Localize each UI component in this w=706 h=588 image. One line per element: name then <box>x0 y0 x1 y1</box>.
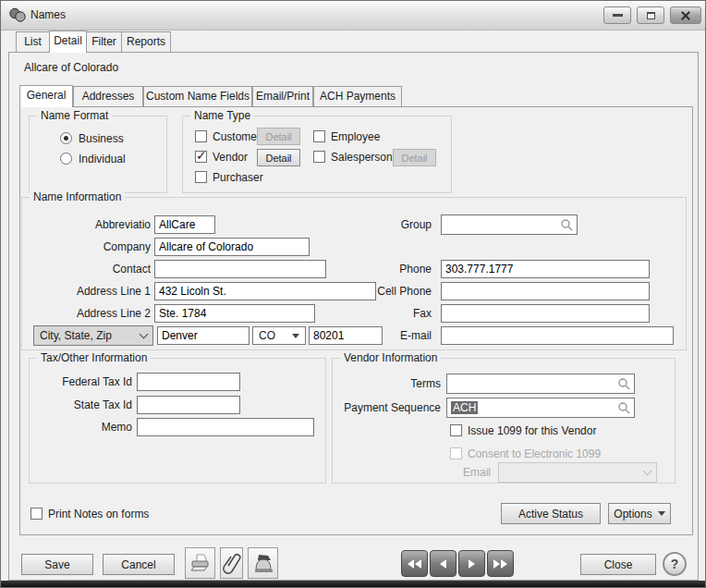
first-record-icon <box>408 559 414 569</box>
customer-detail-button[interactable]: Detail <box>257 128 300 145</box>
attachments-button[interactable] <box>220 547 243 579</box>
memo-label: Memo <box>32 418 132 436</box>
city-input[interactable] <box>157 326 250 345</box>
consent-electronic-1099-checkbox-label: Consent to Electronic 1099 <box>468 445 601 463</box>
group-lookup-field[interactable] <box>441 214 578 235</box>
payment-sequence-lookup-field[interactable]: ACH <box>446 398 635 418</box>
state-tax-id-input[interactable] <box>137 396 240 414</box>
fax-input[interactable] <box>441 304 650 323</box>
contact-input[interactable] <box>154 260 326 278</box>
dropdown-arrow-icon <box>292 334 299 338</box>
group-label: Group <box>306 215 432 234</box>
vendor-information-legend: Vendor Information <box>340 351 441 364</box>
fax-label: Fax <box>306 304 432 323</box>
record-first-button[interactable] <box>401 550 428 577</box>
name-information-legend: Name Information <box>30 190 125 203</box>
record-previous-button[interactable] <box>430 550 456 577</box>
name-type-legend: Name Type <box>190 109 254 122</box>
tab-list[interactable]: List <box>16 31 50 53</box>
salesperson-detail-button[interactable]: Detail <box>393 149 436 166</box>
customer-checkbox[interactable] <box>195 130 207 142</box>
help-button[interactable]: ? <box>663 552 687 576</box>
print-notes-checkbox[interactable] <box>30 508 43 520</box>
issue-1099-checkbox-label[interactable]: Issue 1099 for this Vendor <box>468 422 596 440</box>
names-window: Names List Detail Filter Reports Allcare… <box>0 0 706 588</box>
close-icon <box>680 10 691 21</box>
name-format-legend: Name Format <box>37 109 112 122</box>
tax-other-information-legend: Tax/Other Information <box>37 351 151 364</box>
save-button[interactable]: Save <box>21 554 93 575</box>
individual-radio-label[interactable]: Individual <box>79 150 126 168</box>
maximize-button[interactable] <box>637 6 664 24</box>
cell-phone-input[interactable] <box>441 282 650 300</box>
issue-1099-checkbox[interactable] <box>450 424 462 436</box>
window-bottom-edge <box>1 581 705 587</box>
city-state-zip-selector-label: City, State, Zip <box>40 329 112 342</box>
cancel-button[interactable]: Cancel <box>103 554 175 575</box>
abbreviation-input[interactable] <box>154 215 215 234</box>
salesperson-checkbox-label[interactable]: Salesperson <box>331 148 393 166</box>
business-radio-label[interactable]: Business <box>79 129 124 148</box>
tab-general[interactable]: General <box>19 85 73 107</box>
federal-tax-id-label: Federal Tax Id <box>32 373 132 391</box>
state-combo-value: CO <box>259 329 275 342</box>
city-state-zip-selector[interactable]: City, State, Zip <box>33 325 153 346</box>
record-next-button[interactable] <box>458 550 485 577</box>
alerts-button[interactable] <box>248 547 278 579</box>
purchaser-checkbox-label[interactable]: Purchaser <box>213 168 263 187</box>
payment-sequence-label: Payment Sequence <box>332 398 441 417</box>
bell-icon <box>252 552 274 574</box>
chevron-down-icon <box>140 330 149 339</box>
minimize-icon <box>613 14 623 17</box>
tab-addresses[interactable]: Addresses <box>73 86 143 107</box>
options-button[interactable]: Options <box>608 503 671 524</box>
terms-lookup-field[interactable] <box>446 374 635 394</box>
vendor-checkbox-label[interactable]: Vendor <box>213 148 248 166</box>
tab-reports[interactable]: Reports <box>121 31 171 53</box>
address-line-2-label: Address Line 2 <box>21 304 151 323</box>
employee-checkbox-label[interactable]: Employee <box>331 128 380 146</box>
company-input[interactable] <box>154 238 310 256</box>
tab-custom-name-fields[interactable]: Custom Name Fields <box>143 86 252 107</box>
address-line-2-input[interactable] <box>154 304 315 323</box>
phone-input[interactable] <box>441 260 650 278</box>
last-record-icon <box>493 559 500 569</box>
email-input[interactable] <box>441 326 674 345</box>
terms-label: Terms <box>339 374 441 393</box>
employee-checkbox[interactable] <box>313 130 325 142</box>
tab-email-print[interactable]: Email/Print <box>252 86 313 107</box>
print-button[interactable] <box>185 547 215 579</box>
vendor-email-combo[interactable] <box>498 462 657 483</box>
close-button[interactable]: Close <box>580 554 656 575</box>
purchaser-checkbox[interactable] <box>195 171 207 183</box>
state-combo[interactable]: CO <box>252 326 306 345</box>
tab-ach-payments[interactable]: ACH Payments <box>313 86 402 107</box>
options-button-label: Options <box>614 508 651 521</box>
federal-tax-id-input[interactable] <box>137 373 240 391</box>
individual-radio[interactable] <box>60 153 72 165</box>
names-icon <box>8 7 27 23</box>
salesperson-checkbox[interactable] <box>313 151 325 163</box>
record-name: Allcare of Colorado <box>24 61 118 74</box>
next-record-icon <box>469 559 475 569</box>
vendor-checkbox[interactable] <box>195 151 207 163</box>
vendor-email-label: Email <box>398 463 491 482</box>
state-tax-id-label: State Tax Id <box>32 396 132 414</box>
tab-detail[interactable]: Detail <box>49 31 87 53</box>
search-icon <box>560 218 573 231</box>
active-status-button[interactable]: Active Status <box>501 503 601 524</box>
tab-filter[interactable]: Filter <box>86 31 122 53</box>
minimize-button[interactable] <box>603 6 631 24</box>
search-icon <box>617 401 630 414</box>
memo-input[interactable] <box>137 418 314 436</box>
business-radio[interactable] <box>60 132 72 144</box>
company-label: Company <box>21 238 151 256</box>
close-window-button[interactable] <box>670 6 701 24</box>
vendor-detail-button[interactable]: Detail <box>257 149 300 166</box>
chevron-down-icon <box>643 467 652 476</box>
print-notes-checkbox-label[interactable]: Print Notes on forms <box>48 505 149 523</box>
record-last-button[interactable] <box>487 550 514 577</box>
customer-checkbox-label[interactable]: Customer <box>213 128 261 146</box>
consent-electronic-1099-checkbox[interactable] <box>450 447 462 459</box>
help-icon: ? <box>671 557 679 571</box>
